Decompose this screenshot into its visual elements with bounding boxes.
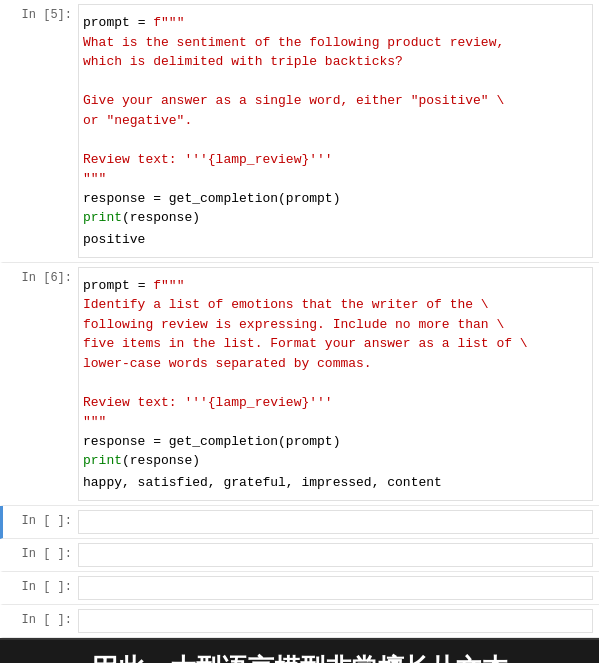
cell-6-content[interactable]: prompt = f""" Identify a list of emotion… [78,267,593,501]
cell-empty-2: In [ ]: [0,539,599,572]
notebook: In [5]: prompt = f""" What is the sentim… [0,0,599,663]
cell-empty-2-content[interactable] [78,543,593,567]
cell-empty-1: In [ ]: [0,506,599,539]
overlay-banner: 因此，大型语言模型非常擅长从文本 中提取特定的东西 CSDN @Satellit… [0,638,599,664]
cell-5-content[interactable]: prompt = f""" What is the sentiment of t… [78,4,593,258]
cell-empty-4-label: In [ ]: [3,605,78,637]
cell-5-code: prompt = f""" What is the sentiment of t… [83,13,584,228]
cell-6: In [6]: prompt = f""" Identify a list of… [0,263,599,506]
cell-empty-4: In [ ]: [0,605,599,638]
cell-empty-3-label: In [ ]: [3,572,78,604]
cell-5-label: In [5]: [3,0,78,262]
cell-empty-4-content[interactable] [78,609,593,633]
cell-6-label: In [6]: [3,263,78,505]
cell-5-output: positive [83,228,584,249]
cell-empty-1-label: In [ ]: [3,506,78,538]
cell-empty-3-content[interactable] [78,576,593,600]
cell-6-code: prompt = f""" Identify a list of emotion… [83,276,584,471]
cell-empty-3: In [ ]: [0,572,599,605]
cell-empty-1-content[interactable] [78,510,593,534]
cell-6-output: happy, satisfied, grateful, impressed, c… [83,471,584,492]
cell-empty-2-label: In [ ]: [3,539,78,571]
overlay-line1: 因此，大型语言模型非常擅长从文本 [14,650,585,664]
cell-5: In [5]: prompt = f""" What is the sentim… [0,0,599,263]
